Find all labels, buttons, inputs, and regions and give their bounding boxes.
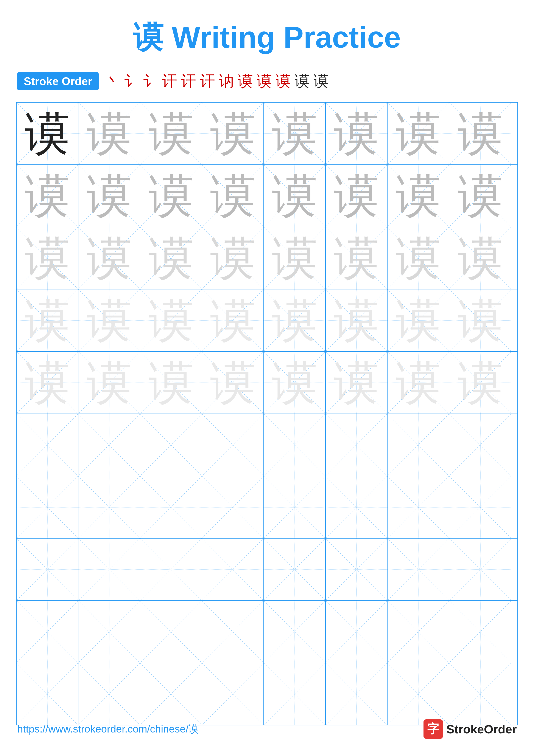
svg-line-140 (388, 601, 449, 663)
grid-cell-10-8[interactable] (449, 663, 511, 725)
footer-url[interactable]: https://www.strokeorder.com/chinese/谟 (17, 722, 199, 736)
grid-cell-2-7[interactable]: 谟 (388, 165, 449, 227)
grid-cell-10-6[interactable] (326, 663, 388, 725)
grid-cell-9-5[interactable] (264, 601, 326, 663)
stroke-chars: 丶 讠 讠 讦 讦 讦 讷 谟 谟 谟 谟 谟 (105, 71, 329, 92)
grid-cell-1-5[interactable]: 谟 (264, 103, 326, 164)
grid-cell-5-2[interactable]: 谟 (78, 352, 140, 414)
grid-cell-5-4[interactable]: 谟 (202, 352, 264, 414)
grid-cell-9-4[interactable] (202, 601, 264, 663)
grid-cell-1-4[interactable]: 谟 (202, 103, 264, 164)
grid-cell-3-6[interactable]: 谟 (326, 227, 388, 289)
grid-cell-1-7[interactable]: 谟 (388, 103, 449, 164)
grid-cell-6-4[interactable] (202, 414, 264, 476)
grid-cell-4-3[interactable]: 谟 (140, 289, 202, 351)
practice-char: 谟 (272, 235, 317, 281)
grid-cell-1-1[interactable]: 谟 (16, 103, 78, 164)
grid-cell-3-7[interactable]: 谟 (388, 227, 449, 289)
grid-cell-5-5[interactable]: 谟 (264, 352, 326, 414)
grid-cell-7-1[interactable] (16, 476, 78, 538)
grid-cell-3-4[interactable]: 谟 (202, 227, 264, 289)
grid-cell-7-6[interactable] (326, 476, 388, 538)
grid-cell-3-2[interactable]: 谟 (78, 227, 140, 289)
practice-char: 谟 (272, 173, 317, 219)
grid-cell-4-5[interactable]: 谟 (264, 289, 326, 351)
grid-cell-10-7[interactable] (388, 663, 449, 725)
grid-cell-8-4[interactable] (202, 539, 264, 600)
grid-cell-2-5[interactable]: 谟 (264, 165, 326, 227)
grid-cell-8-6[interactable] (326, 539, 388, 600)
grid-cell-6-1[interactable] (16, 414, 78, 476)
grid-cell-2-1[interactable]: 谟 (16, 165, 78, 227)
grid-cell-2-2[interactable]: 谟 (78, 165, 140, 227)
grid-cell-5-6[interactable]: 谟 (326, 352, 388, 414)
svg-line-81 (16, 414, 78, 476)
grid-cell-6-5[interactable] (264, 414, 326, 476)
svg-line-92 (388, 414, 449, 476)
grid-cell-4-2[interactable]: 谟 (78, 289, 140, 351)
svg-line-141 (388, 601, 449, 663)
grid-cell-10-3[interactable] (140, 663, 202, 725)
title-area: 谟 Writing Practice (0, 0, 534, 58)
grid-cell-9-2[interactable] (78, 601, 140, 663)
grid-cell-7-7[interactable] (388, 476, 449, 538)
grid-cell-7-2[interactable] (78, 476, 140, 538)
grid-cell-1-6[interactable]: 谟 (326, 103, 388, 164)
grid-cell-8-8[interactable] (449, 539, 511, 600)
grid-cell-6-3[interactable] (140, 414, 202, 476)
grid-cell-8-2[interactable] (78, 539, 140, 600)
grid-cell-10-1[interactable] (16, 663, 78, 725)
grid-cell-9-7[interactable] (388, 601, 449, 663)
grid-cell-4-7[interactable]: 谟 (388, 289, 449, 351)
practice-char: 谟 (210, 360, 255, 405)
svg-line-116 (140, 539, 202, 600)
grid-cell-9-6[interactable] (326, 601, 388, 663)
grid-cell-10-4[interactable] (202, 663, 264, 725)
grid-cell-4-6[interactable]: 谟 (326, 289, 388, 351)
svg-line-157 (388, 663, 449, 725)
grid-cell-8-1[interactable] (16, 539, 78, 600)
grid-cell-9-3[interactable] (140, 601, 202, 663)
grid-cell-1-8[interactable]: 谟 (449, 103, 511, 164)
grid-cell-2-4[interactable]: 谟 (202, 165, 264, 227)
grid-cell-4-8[interactable]: 谟 (449, 289, 511, 351)
grid-cell-2-6[interactable]: 谟 (326, 165, 388, 227)
grid-cell-10-5[interactable] (264, 663, 326, 725)
practice-char: 谟 (272, 360, 317, 405)
grid-cell-4-4[interactable]: 谟 (202, 289, 264, 351)
grid-cell-6-8[interactable] (449, 414, 511, 476)
svg-line-131 (78, 601, 140, 663)
grid-cell-2-3[interactable]: 谟 (140, 165, 202, 227)
grid-cell-5-7[interactable]: 谟 (388, 352, 449, 414)
grid-cell-6-6[interactable] (326, 414, 388, 476)
grid-cell-1-3[interactable]: 谟 (140, 103, 202, 164)
grid-cell-3-5[interactable]: 谟 (264, 227, 326, 289)
grid-cell-7-4[interactable] (202, 476, 264, 538)
grid-cell-1-2[interactable]: 谟 (78, 103, 140, 164)
grid-cell-5-8[interactable]: 谟 (449, 352, 511, 414)
grid-cell-7-8[interactable] (449, 476, 511, 538)
practice-char: 谟 (25, 235, 70, 281)
svg-line-110 (449, 476, 511, 538)
grid-cell-6-2[interactable] (78, 414, 140, 476)
grid-cell-8-5[interactable] (264, 539, 326, 600)
grid-cell-5-1[interactable]: 谟 (16, 352, 78, 414)
grid-cell-3-3[interactable]: 谟 (140, 227, 202, 289)
grid-cell-5-3[interactable]: 谟 (140, 352, 202, 414)
grid-cell-7-3[interactable] (140, 476, 202, 538)
grid-cell-8-7[interactable] (388, 539, 449, 600)
grid-cell-6-7[interactable] (388, 414, 449, 476)
practice-char: 谟 (396, 173, 441, 219)
grid-cell-10-2[interactable] (78, 663, 140, 725)
grid-cell-7-5[interactable] (264, 476, 326, 538)
grid-cell-3-1[interactable]: 谟 (16, 227, 78, 289)
grid-cell-3-8[interactable]: 谟 (449, 227, 511, 289)
svg-line-108 (388, 476, 449, 538)
grid-cell-9-1[interactable] (16, 601, 78, 663)
grid-cell-9-8[interactable] (449, 601, 511, 663)
svg-line-90 (326, 414, 387, 476)
grid-cell-2-8[interactable]: 谟 (449, 165, 511, 227)
grid-cell-4-1[interactable]: 谟 (16, 289, 78, 351)
svg-line-88 (264, 414, 325, 476)
grid-cell-8-3[interactable] (140, 539, 202, 600)
